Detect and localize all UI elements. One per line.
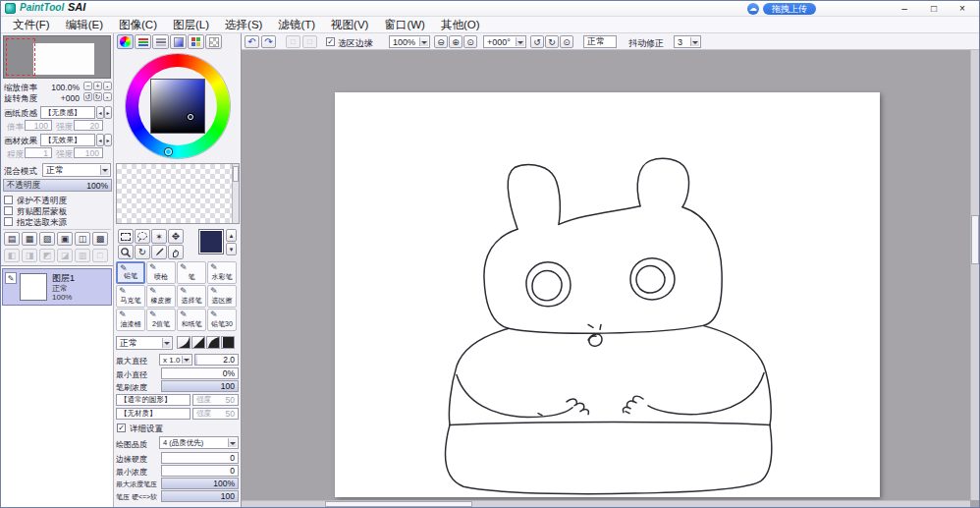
brush-pencil[interactable]: ✎铅笔 <box>116 261 145 284</box>
lasso-tool[interactable] <box>135 229 150 244</box>
saturation-value-square[interactable] <box>150 79 205 134</box>
max-diameter-slider[interactable]: 2.0 <box>194 354 239 366</box>
nav-rotate-reset-button[interactable]: ▪ <box>103 92 112 101</box>
pressure-hard-soft-slider[interactable]: 100 <box>161 490 239 502</box>
magic-wand-tool[interactable]: ✶ <box>151 229 167 244</box>
color-wheel[interactable] <box>126 54 230 158</box>
material-strength-slider[interactable]: 100 <box>74 147 103 158</box>
brush-texture-strength-slider[interactable]: 强度 50 <box>192 408 239 420</box>
stabilizer-dropdown[interactable]: 3 <box>674 35 701 48</box>
clipping-group-checkbox[interactable] <box>4 206 13 215</box>
min-density-slider[interactable]: 0 <box>161 465 239 477</box>
view-zoom-in-button[interactable]: ⊕ <box>449 35 463 48</box>
undo-button[interactable]: ↶ <box>245 35 259 48</box>
brush-airbrush[interactable]: ✎喷枪 <box>146 261 176 284</box>
material-prev-button[interactable]: ◂ <box>96 134 104 146</box>
hue-marker[interactable] <box>165 148 172 155</box>
paper-next-button[interactable]: ▸ <box>104 106 112 119</box>
color-wheel-tab[interactable] <box>117 34 134 49</box>
drawing-quality-dropdown[interactable]: 4 (品质优先) <box>159 436 239 449</box>
swatches-tab[interactable] <box>188 34 204 49</box>
layer-transfer-button[interactable]: ◨ <box>22 249 37 262</box>
zoom-tool[interactable] <box>118 245 134 259</box>
nav-zoom-in-button[interactable]: + <box>93 82 102 90</box>
menu-others[interactable]: 其他(O) <box>433 17 488 33</box>
nav-zoom-reset-button[interactable]: ▪ <box>103 82 112 90</box>
color-scratchpad[interactable] <box>116 163 240 224</box>
scratchpad-scrollbar-thumb[interactable] <box>233 166 239 182</box>
brush-watercolor[interactable]: ✎水彩笔 <box>207 261 237 284</box>
blend-mode-dropdown[interactable]: 正常 <box>42 163 111 177</box>
current-color-swatch[interactable] <box>198 229 224 254</box>
duplicate-layer-button[interactable]: ▧ <box>39 232 55 246</box>
layer-paste-button[interactable]: ◪ <box>57 249 73 262</box>
vertical-scrollbar-thumb[interactable] <box>971 215 979 264</box>
menu-view[interactable]: 视图(V) <box>323 17 376 33</box>
menu-edit[interactable]: 编辑(E) <box>58 17 111 33</box>
brush-pencil30[interactable]: ✎铅笔30 <box>207 309 237 331</box>
advanced-settings-checkbox[interactable]: ✓ <box>117 423 126 432</box>
merge-layer-button[interactable]: ▣ <box>57 232 73 246</box>
material-next-button[interactable]: ▸ <box>104 134 112 146</box>
brush-marker[interactable]: ✎马克笔 <box>116 285 145 308</box>
brush-texture-select[interactable]: 【无材质】 <box>116 408 191 420</box>
delete-layer-button[interactable]: ▩ <box>92 232 108 246</box>
brush-edge-shape-hard[interactable] <box>221 336 235 349</box>
layer-opacity-slider[interactable]: 不透明度 100% <box>3 179 112 192</box>
color-mixer-tab[interactable] <box>170 34 187 49</box>
selection-mode-box[interactable]: 正常 <box>583 35 617 48</box>
brush-select-pen[interactable]: ✎选择笔 <box>177 285 206 308</box>
menu-layer[interactable]: 图层(L) <box>165 17 217 33</box>
brush-select-eraser[interactable]: ✎选区擦 <box>207 285 237 308</box>
paper-prev-button[interactable]: ◂ <box>96 106 104 119</box>
brush-edge-shape-linear[interactable] <box>191 336 205 349</box>
invert-selection-button[interactable]: □ <box>302 35 317 48</box>
view-zoom-reset-button[interactable]: ⊙ <box>463 35 477 48</box>
minimize-button[interactable]: – <box>891 1 918 16</box>
paper-scale-slider[interactable]: 100 <box>25 120 52 131</box>
view-rotate-cw-button[interactable]: ↻ <box>545 35 559 48</box>
layer-copy-button[interactable]: ◩ <box>39 249 55 262</box>
clear-layer-button[interactable]: ◫ <box>75 232 90 246</box>
new-layer-button[interactable]: ▤ <box>4 232 20 246</box>
nav-rotate-ccw-button[interactable]: ↺ <box>83 92 92 101</box>
menu-window[interactable]: 窗口(W) <box>376 17 433 33</box>
menu-filter[interactable]: 滤镜(T) <box>270 17 323 33</box>
hand-tool[interactable] <box>168 245 184 259</box>
max-density-pressure-slider[interactable]: 100% <box>161 478 239 489</box>
hsv-sliders-tab[interactable] <box>152 34 169 49</box>
vertical-scrollbar[interactable] <box>970 50 979 500</box>
redo-button[interactable]: ↷ <box>261 35 276 48</box>
selection-source-checkbox[interactable] <box>4 217 13 226</box>
view-rotate-ccw-button[interactable]: ↺ <box>530 35 544 48</box>
navigator-viewport-rect[interactable] <box>6 38 35 76</box>
close-button[interactable]: × <box>949 1 976 16</box>
selection-edge-checkbox[interactable]: ✓ <box>326 37 335 46</box>
brush-paper-pen[interactable]: ✎和纸笔 <box>177 309 206 331</box>
view-angle-dropdown[interactable]: +000° <box>483 35 526 48</box>
brush-pen[interactable]: ✎笔 <box>177 261 206 284</box>
view-rotate-reset-button[interactable]: ⊙ <box>560 35 573 48</box>
swatch-down-button[interactable]: ▾ <box>226 243 237 255</box>
move-tool[interactable]: ✥ <box>168 229 184 244</box>
brush-binary-pen[interactable]: ✎2值笔 <box>146 309 176 331</box>
diameter-unit-dropdown[interactable]: x 1.0 <box>159 354 192 366</box>
brush-shape-strength-slider[interactable]: 强度 50 <box>192 394 239 406</box>
layer-up-button[interactable]: ▥ <box>75 249 90 262</box>
swatch-up-button[interactable]: ▴ <box>226 229 237 242</box>
rgb-sliders-tab[interactable] <box>135 34 151 49</box>
brush-eraser[interactable]: ✎橡皮擦 <box>146 285 176 308</box>
nav-zoom-out-button[interactable]: − <box>83 82 92 90</box>
horizontal-scrollbar[interactable] <box>242 500 970 507</box>
brush-edge-shape-convex[interactable] <box>206 336 220 349</box>
rect-select-tool[interactable] <box>118 229 134 244</box>
brush-shape-select[interactable]: 【通常的圆形】 <box>116 394 191 406</box>
view-zoom-dropdown[interactable]: 100% <box>389 35 430 48</box>
scratchpad-scrollbar[interactable] <box>232 164 239 223</box>
layer-down-button[interactable]: □ <box>92 249 108 262</box>
layer-mask-button[interactable]: ◧ <box>4 249 20 262</box>
nav-rotate-cw-button[interactable]: ↻ <box>93 92 102 101</box>
paper-texture-select[interactable]: 【无质感】 <box>40 106 95 119</box>
brush-blend-dropdown[interactable]: 正常 <box>116 336 173 350</box>
new-folder-button[interactable]: ▦ <box>22 232 37 246</box>
